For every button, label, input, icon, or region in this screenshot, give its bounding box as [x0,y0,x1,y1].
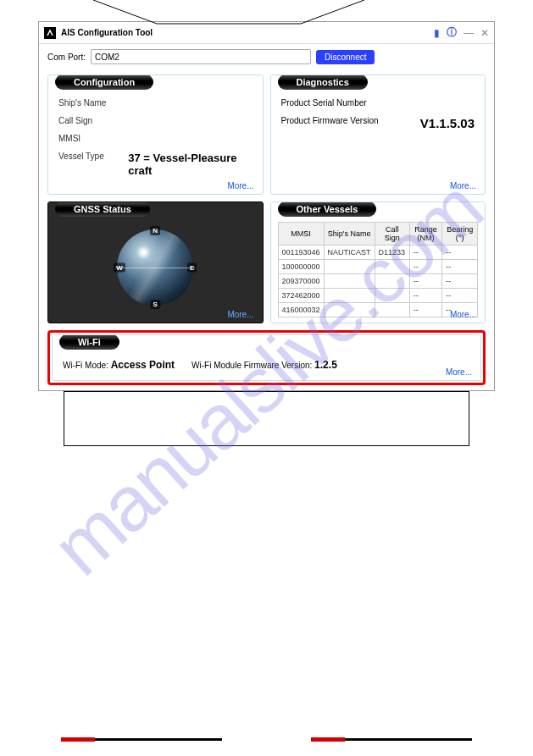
table-header: Ship's Name [324,223,375,246]
app-icon [44,27,56,39]
vessel-type-value: 37 = Vessel-Pleasure craft [128,152,252,177]
wifi-fw-label: Wi-Fi Module Firmware Version: [192,361,312,370]
table-row[interactable]: 001193046NAUTICASTD11233---- [278,246,478,260]
gnss-more-link[interactable]: More... [227,310,253,319]
table-cell: -- [409,274,442,289]
table-cell: -- [409,260,442,274]
table-row[interactable]: 209370000---- [278,274,478,289]
wifi-highlight-box: Wi-Fi Wi-Fi Mode: Access Point Wi-Fi Mod… [47,330,486,385]
callout-box [64,391,469,446]
table-cell [324,303,375,317]
table-cell: -- [409,246,442,260]
callout-connector [0,0,458,25]
other-vessels-heading: Other Vessels [278,201,377,217]
globe-compass: N S E W [117,229,193,306]
bookmark-icon[interactable]: ▮ [434,27,440,39]
table-cell [324,274,375,289]
info-icon[interactable]: ⓘ [447,25,457,40]
table-cell: -- [409,289,442,303]
table-row[interactable]: 372462000---- [278,289,478,303]
comport-label: Com Port: [47,52,86,62]
window-controls: ▮ ⓘ — ✕ [434,25,489,40]
table-cell: D11233 [375,246,409,260]
wifi-panel: Wi-Fi Wi-Fi Mode: Access Point Wi-Fi Mod… [52,334,481,381]
ships-name-label: Ship's Name [58,98,135,108]
other-vessels-more-link[interactable]: More... [450,310,476,319]
wifi-fw-value: 1.2.5 [314,359,337,371]
table-cell: 100000000 [278,260,324,274]
disconnect-button[interactable]: Disconnect [316,50,375,64]
diagnostics-more-link[interactable]: More... [450,181,476,190]
mmsi-label: MMSI [58,134,135,143]
vessel-type-label: Vessel Type [58,152,128,177]
table-cell [375,274,409,289]
footer-bar-right [311,738,472,741]
table-cell: -- [442,260,478,274]
compass-s: S [151,300,160,309]
configuration-more-link[interactable]: More... [227,181,253,190]
app-window: AIS Configuration Tool ▮ ⓘ — ✕ Com Port:… [38,21,495,391]
table-header: Range (NM) [409,223,442,246]
footer-bar-left [61,738,222,741]
configuration-panel: Configuration Ship's Name Call Sign MMSI… [47,74,264,195]
window-title: AIS Configuration Tool [61,28,434,37]
table-row[interactable]: 416000032---- [278,303,478,317]
diagnostics-panel: Diagnostics Product Serial Number Produc… [270,74,486,195]
globe-icon [117,229,193,306]
comport-row: Com Port: Disconnect [39,44,494,69]
table-cell: -- [409,303,442,317]
wifi-mode-value: Access Point [111,359,175,371]
table-cell: 209370000 [278,274,324,289]
table-cell [375,260,409,274]
diagnostics-heading: Diagnostics [278,74,368,90]
table-cell: 416000032 [278,303,324,317]
comport-input[interactable] [91,49,311,64]
configuration-heading: Configuration [55,74,153,90]
minimize-button[interactable]: — [464,27,474,39]
firmware-label: Product Firmware Version [281,116,379,130]
table-cell: -- [442,289,478,303]
table-cell [375,303,409,317]
wifi-more-link[interactable]: More... [446,367,472,377]
table-cell [324,260,375,274]
footer-bars [0,738,533,741]
gnss-panel: GNSS Status N S E W More... [47,201,264,323]
table-header: Call Sign [375,223,409,246]
call-sign-label: Call Sign [58,116,135,125]
table-cell: NAUTICAST [324,246,375,260]
compass-w: W [114,263,125,273]
close-button[interactable]: ✕ [480,27,489,39]
wifi-heading: Wi-Fi [59,334,119,350]
gnss-heading: GNSS Status [55,201,150,217]
table-header: MMSI [278,223,324,246]
table-cell: -- [442,274,478,289]
table-cell: 001193046 [278,246,324,260]
other-vessels-panel: Other Vessels MMSIShip's NameCall SignRa… [270,201,486,323]
table-cell [375,289,409,303]
table-header: Bearing (°) [442,223,478,246]
wifi-mode-label: Wi-Fi Mode: [63,361,108,370]
firmware-value: V1.1.5.03 [420,116,475,130]
table-cell [324,289,375,303]
table-row[interactable]: 100000000---- [278,260,478,274]
serial-label: Product Serial Number [281,98,367,108]
table-cell: -- [442,246,478,260]
compass-e: E [187,263,197,273]
compass-n: N [150,226,160,235]
other-vessels-table: MMSIShip's NameCall SignRange (NM)Bearin… [278,222,479,317]
table-cell: 372462000 [278,289,324,303]
